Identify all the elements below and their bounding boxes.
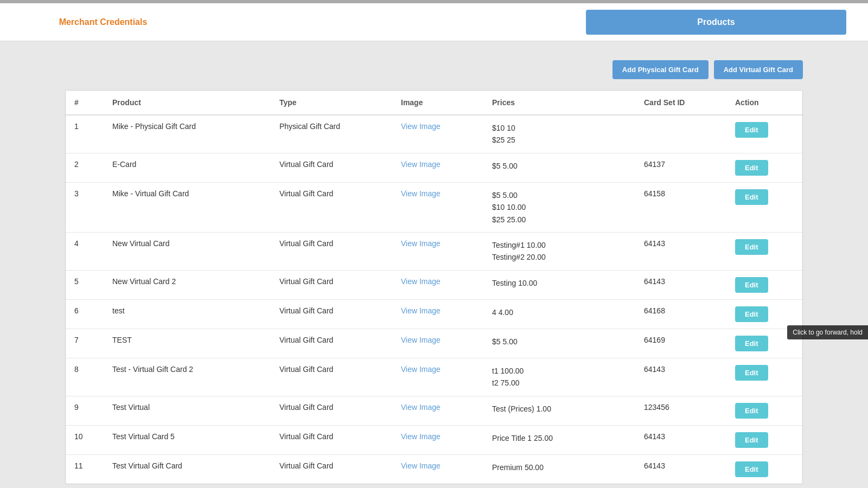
cell-product: Mike - Virtual Gift Card xyxy=(104,182,271,232)
table-row: 4New Virtual CardVirtual Gift CardView I… xyxy=(66,232,802,270)
cell-action: Edit xyxy=(726,115,802,153)
cell-image: View Image xyxy=(392,115,483,153)
cell-type: Virtual Gift Card xyxy=(271,270,392,299)
cell-image: View Image xyxy=(392,396,483,425)
cell-num: 4 xyxy=(66,232,104,270)
cell-image: View Image xyxy=(392,425,483,454)
cell-cardset: 64143 xyxy=(635,232,726,270)
cell-prices: $5 5.00 xyxy=(483,329,635,358)
cell-product: New Virtual Card xyxy=(104,232,271,270)
edit-button[interactable]: Edit xyxy=(735,277,768,293)
view-image-link[interactable]: View Image xyxy=(401,403,441,412)
cell-prices: Testing#1 10.00 Testing#2 20.00 xyxy=(483,232,635,270)
view-image-link[interactable]: View Image xyxy=(401,189,441,198)
cell-action: Edit xyxy=(726,299,802,329)
view-image-link[interactable]: View Image xyxy=(401,306,441,315)
cell-cardset: 64143 xyxy=(635,425,726,454)
cell-product: Test Virtual xyxy=(104,396,271,425)
view-image-link[interactable]: View Image xyxy=(401,365,441,374)
products-table: # Product Type Image Prices Card Set ID … xyxy=(66,91,802,484)
cell-cardset: 123456 xyxy=(635,396,726,425)
table-row: 1Mike - Physical Gift CardPhysical Gift … xyxy=(66,115,802,153)
cell-image: View Image xyxy=(392,232,483,270)
table-row: 7TESTVirtual Gift CardView Image$5 5.006… xyxy=(66,329,802,358)
cell-prices: $5 5.00 xyxy=(483,153,635,182)
col-header-prices: Prices xyxy=(483,91,635,115)
cell-image: View Image xyxy=(392,329,483,358)
cell-cardset: 64137 xyxy=(635,153,726,182)
table-row: 11Test Virtual Gift CardVirtual Gift Car… xyxy=(66,454,802,484)
products-tab[interactable]: Products xyxy=(586,10,846,35)
nav-header: Merchant Credentials Products xyxy=(0,3,868,41)
edit-button[interactable]: Edit xyxy=(735,239,768,255)
cell-type: Virtual Gift Card xyxy=(271,454,392,484)
edit-button[interactable]: Edit xyxy=(735,336,768,351)
edit-button[interactable]: Edit xyxy=(735,160,768,176)
cell-product: Mike - Physical Gift Card xyxy=(104,115,271,153)
cell-image: View Image xyxy=(392,153,483,182)
view-image-link[interactable]: View Image xyxy=(401,461,441,470)
cell-type: Virtual Gift Card xyxy=(271,396,392,425)
table-body: 1Mike - Physical Gift CardPhysical Gift … xyxy=(66,115,802,484)
view-image-link[interactable]: View Image xyxy=(401,122,441,131)
cell-action: Edit xyxy=(726,270,802,299)
cell-cardset: 64143 xyxy=(635,270,726,299)
edit-button[interactable]: Edit xyxy=(735,432,768,448)
cell-num: 3 xyxy=(66,182,104,232)
cell-product: TEST xyxy=(104,329,271,358)
cell-type: Virtual Gift Card xyxy=(271,182,392,232)
add-virtual-gift-card-button[interactable]: Add Virtual Gift Card xyxy=(714,60,803,79)
cell-product: Test Virtual Card 5 xyxy=(104,425,271,454)
cell-prices: $5 5.00 $10 10.00 $25 25.00 xyxy=(483,182,635,232)
table-row: 3Mike - Virtual Gift CardVirtual Gift Ca… xyxy=(66,182,802,232)
cell-action: Edit xyxy=(726,358,802,396)
cell-prices: t1 100.00 t2 75.00 xyxy=(483,358,635,396)
view-image-link[interactable]: View Image xyxy=(401,336,441,344)
table-row: 10Test Virtual Card 5Virtual Gift CardVi… xyxy=(66,425,802,454)
view-image-link[interactable]: View Image xyxy=(401,160,441,169)
cell-num: 10 xyxy=(66,425,104,454)
edit-button[interactable]: Edit xyxy=(735,122,768,138)
cell-type: Virtual Gift Card xyxy=(271,329,392,358)
edit-button[interactable]: Edit xyxy=(735,461,768,477)
table-header: # Product Type Image Prices Card Set ID … xyxy=(66,91,802,115)
cell-num: 6 xyxy=(66,299,104,329)
table-row: 8Test - Virtual Gift Card 2Virtual Gift … xyxy=(66,358,802,396)
cell-prices: Price Title 1 25.00 xyxy=(483,425,635,454)
view-image-link[interactable]: View Image xyxy=(401,239,441,248)
cell-type: Virtual Gift Card xyxy=(271,358,392,396)
action-bar: Add Physical Gift Card Add Virtual Gift … xyxy=(65,52,803,79)
edit-button[interactable]: Edit xyxy=(735,365,768,381)
col-header-type: Type xyxy=(271,91,392,115)
table-row: 5New Virtual Card 2Virtual Gift CardView… xyxy=(66,270,802,299)
view-image-link[interactable]: View Image xyxy=(401,277,441,286)
edit-button[interactable]: Edit xyxy=(735,306,768,322)
cell-num: 1 xyxy=(66,115,104,153)
cell-action: Edit xyxy=(726,232,802,270)
cell-image: View Image xyxy=(392,182,483,232)
add-physical-gift-card-button[interactable]: Add Physical Gift Card xyxy=(612,60,709,79)
cell-action: Edit xyxy=(726,425,802,454)
cell-image: View Image xyxy=(392,299,483,329)
cell-prices: Premium 50.00 xyxy=(483,454,635,484)
col-header-action: Action xyxy=(726,91,802,115)
edit-button[interactable]: Edit xyxy=(735,189,768,205)
tooltip-hint: Click to go forward, hold xyxy=(787,325,868,339)
cell-num: 5 xyxy=(66,270,104,299)
cell-num: 9 xyxy=(66,396,104,425)
cell-cardset: 64169 xyxy=(635,329,726,358)
merchant-credentials-link[interactable]: Merchant Credentials xyxy=(22,17,184,27)
cell-num: 7 xyxy=(66,329,104,358)
cell-prices: 4 4.00 xyxy=(483,299,635,329)
cell-prices: $10 10 $25 25 xyxy=(483,115,635,153)
table-row: 6testVirtual Gift CardView Image4 4.0064… xyxy=(66,299,802,329)
view-image-link[interactable]: View Image xyxy=(401,432,441,441)
cell-cardset xyxy=(635,115,726,153)
cell-type: Physical Gift Card xyxy=(271,115,392,153)
cell-image: View Image xyxy=(392,454,483,484)
col-header-product: Product xyxy=(104,91,271,115)
cell-prices: Test (Prices) 1.00 xyxy=(483,396,635,425)
edit-button[interactable]: Edit xyxy=(735,403,768,419)
cell-prices: Testing 10.00 xyxy=(483,270,635,299)
col-header-num: # xyxy=(66,91,104,115)
